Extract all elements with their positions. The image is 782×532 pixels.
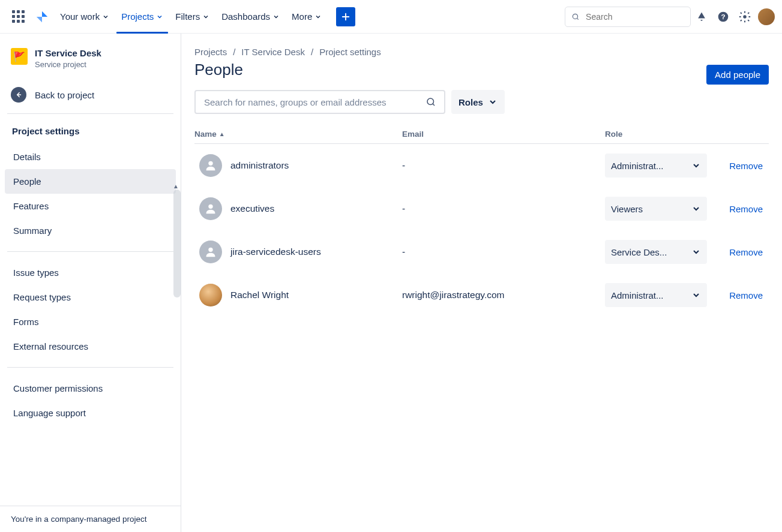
chevron-down-icon xyxy=(488,97,498,107)
search-icon xyxy=(426,97,436,107)
group-avatar-icon xyxy=(199,241,222,263)
chevron-down-icon xyxy=(691,204,701,214)
roles-filter-button[interactable]: Roles xyxy=(451,90,505,114)
svg-point-5 xyxy=(208,161,212,166)
people-search-button[interactable] xyxy=(421,92,441,112)
sidebar-item-issue-types[interactable]: Issue types xyxy=(5,260,176,285)
bell-icon xyxy=(696,11,708,23)
role-value: Administrat... xyxy=(611,290,664,300)
sidebar-item-request-types[interactable]: Request types xyxy=(5,285,176,309)
role-select[interactable]: Administrat... xyxy=(605,154,707,178)
nav-your-work[interactable]: Your work xyxy=(55,5,114,29)
name-cell: executives xyxy=(194,197,402,220)
column-email[interactable]: Email xyxy=(402,130,605,139)
sidebar-item-customer-permissions[interactable]: Customer permissions xyxy=(5,376,176,401)
remove-button[interactable]: Remove xyxy=(726,203,766,215)
global-search[interactable] xyxy=(565,7,691,27)
remove-button[interactable]: Remove xyxy=(726,290,766,301)
chevron-down-icon xyxy=(314,13,322,20)
help-button[interactable]: ? xyxy=(712,6,734,28)
page-title: People xyxy=(194,61,243,79)
sidebar-item-language-support[interactable]: Language support xyxy=(5,401,176,425)
role-select[interactable]: Service Des... xyxy=(605,240,707,264)
search-icon xyxy=(571,12,580,22)
global-search-input[interactable] xyxy=(585,11,684,22)
nav-more[interactable]: More xyxy=(287,5,326,29)
jira-logo-button[interactable] xyxy=(31,6,53,28)
settings-button[interactable] xyxy=(734,6,756,28)
breadcrumb-link[interactable]: IT Service Desk xyxy=(241,47,305,57)
nav-label: Dashboards xyxy=(221,11,270,22)
profile-avatar-button[interactable] xyxy=(758,8,775,25)
sidebar-item-people[interactable]: People xyxy=(5,169,176,194)
svg-point-4 xyxy=(427,98,434,105)
svg-text:?: ? xyxy=(721,13,725,20)
role-value: Administrat... xyxy=(611,161,664,171)
sidebar-footer: You're in a company-managed project xyxy=(0,506,181,532)
nav-projects[interactable]: Projects xyxy=(116,5,168,29)
role-select[interactable]: Administrat... xyxy=(605,283,707,307)
chevron-down-icon xyxy=(691,247,701,257)
svg-point-6 xyxy=(208,205,212,209)
scrollbar-thumb[interactable] xyxy=(173,190,181,297)
breadcrumb-link[interactable]: Projects xyxy=(194,47,227,57)
email-cell: rwright@jirastrategy.com xyxy=(402,290,605,300)
name-cell: jira-servicedesk-users xyxy=(194,241,402,263)
sidebar-item-forms[interactable]: Forms xyxy=(5,309,176,334)
sidebar-item-details[interactable]: Details xyxy=(5,145,176,169)
project-header: 🚩 IT Service Desk Service project xyxy=(5,48,176,75)
table-row: administrators-Administrat...Remove xyxy=(194,144,769,187)
remove-button[interactable]: Remove xyxy=(726,247,766,258)
plus-icon xyxy=(340,11,351,22)
apps-grid-icon xyxy=(12,10,25,23)
chevron-down-icon xyxy=(202,13,209,20)
sidebar-item-features[interactable]: Features xyxy=(5,194,176,218)
email-cell: - xyxy=(402,203,605,214)
name-cell: Rachel Wright xyxy=(194,284,402,306)
sort-asc-icon: ▲ xyxy=(219,131,225,137)
sidebar: 🚩 IT Service Desk Service project Back t… xyxy=(0,34,181,532)
main-content: Projects / IT Service Desk / Project set… xyxy=(181,34,782,532)
column-name[interactable]: Name ▲ xyxy=(194,130,402,139)
nav-label: Filters xyxy=(175,11,200,22)
back-arrow-icon xyxy=(11,87,26,103)
help-icon: ? xyxy=(717,11,729,23)
back-to-project[interactable]: Back to project xyxy=(5,75,176,113)
project-name: IT Service Desk xyxy=(35,48,101,59)
create-button[interactable] xyxy=(336,7,355,26)
scroll-up-icon: ▲ xyxy=(172,182,179,190)
name-cell: administrators xyxy=(194,154,402,177)
table-header: Name ▲ Email Role xyxy=(194,130,769,144)
app-switcher-button[interactable] xyxy=(7,6,29,28)
breadcrumb: Projects / IT Service Desk / Project set… xyxy=(194,46,769,57)
nav-label: Your work xyxy=(60,11,100,22)
sidebar-item-summary[interactable]: Summary xyxy=(5,218,176,243)
sidebar-item-external-resources[interactable]: External resources xyxy=(5,334,176,359)
role-select[interactable]: Viewers xyxy=(605,197,707,221)
table-row: Rachel Wrightrwright@jirastrategy.comAdm… xyxy=(194,273,769,317)
add-people-button[interactable]: Add people xyxy=(706,65,769,85)
nav-filters[interactable]: Filters xyxy=(170,5,214,29)
email-cell: - xyxy=(402,160,605,171)
chevron-down-icon xyxy=(691,161,701,170)
table-row: executives-ViewersRemove xyxy=(194,187,769,230)
breadcrumb-link[interactable]: Project settings xyxy=(319,47,381,57)
member-name: Rachel Wright xyxy=(230,290,289,300)
nav-dashboards[interactable]: Dashboards xyxy=(217,5,284,29)
people-search-input[interactable] xyxy=(203,97,421,108)
gear-icon xyxy=(738,10,751,23)
member-name: executives xyxy=(230,203,274,214)
project-icon: 🚩 xyxy=(11,48,28,65)
column-role[interactable]: Role xyxy=(605,130,723,139)
svg-point-7 xyxy=(208,248,212,252)
top-nav: Your work Projects Filters Dashboards xyxy=(0,0,782,34)
nav-label: More xyxy=(292,11,312,22)
member-name: administrators xyxy=(230,160,289,171)
notifications-button[interactable] xyxy=(691,6,712,28)
role-value: Viewers xyxy=(611,204,643,214)
people-search[interactable] xyxy=(194,90,445,114)
back-label: Back to project xyxy=(35,90,94,100)
user-avatar xyxy=(199,284,222,306)
remove-button[interactable]: Remove xyxy=(726,160,766,172)
sidebar-nav: DetailsPeopleFeaturesSummaryIssue typesR… xyxy=(5,145,176,425)
